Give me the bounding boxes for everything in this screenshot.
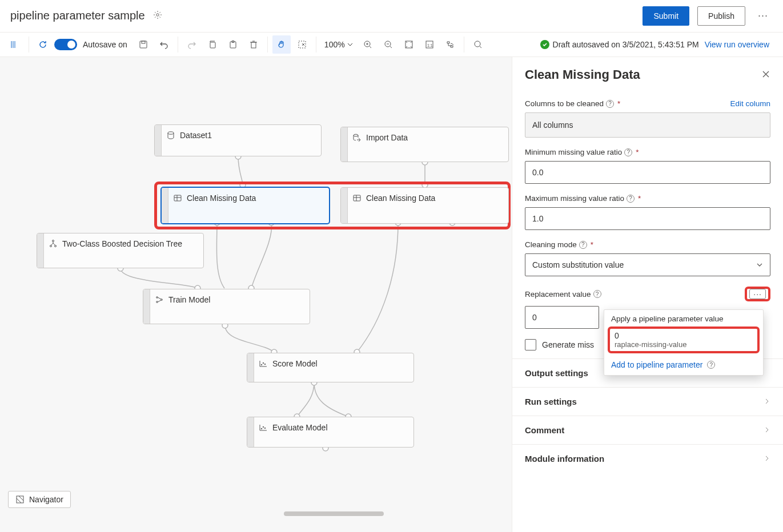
- zoom-in-icon[interactable]: [359, 35, 377, 54]
- edit-column-link[interactable]: Edit column: [730, 99, 770, 108]
- delete-icon[interactable]: [244, 35, 263, 54]
- svg-rect-35: [354, 195, 360, 201]
- columns-value: All columns: [525, 112, 770, 138]
- max-ratio-input[interactable]: 1.0: [525, 207, 770, 230]
- actual-size-icon[interactable]: 1:1: [420, 35, 439, 54]
- autolayout-icon[interactable]: [441, 35, 459, 54]
- help-icon[interactable]: ?: [579, 241, 587, 249]
- svg-point-13: [475, 41, 480, 47]
- publish-button[interactable]: Publish: [697, 6, 745, 26]
- clean-icon: [352, 194, 362, 203]
- panel-toggle-icon[interactable]: [6, 35, 24, 54]
- max-ratio-label: Maximum missing value ratio: [525, 194, 624, 203]
- svg-rect-1: [140, 41, 147, 48]
- node-score-model[interactable]: Score Model: [247, 353, 414, 382]
- svg-point-40: [156, 301, 158, 303]
- draft-status: Draft autosaved on 3/5/2021, 5:43:51 PM: [540, 40, 699, 49]
- panel-title: Clean Missing Data: [525, 67, 640, 82]
- svg-point-36: [53, 240, 54, 242]
- help-icon[interactable]: ?: [593, 290, 601, 298]
- help-icon[interactable]: ?: [707, 361, 715, 369]
- node-train-model[interactable]: Train Model: [143, 289, 310, 324]
- pan-icon[interactable]: [272, 35, 291, 54]
- generate-missing-label: Generate miss: [542, 340, 594, 349]
- svg-point-37: [50, 245, 52, 247]
- cleaning-mode-label: Cleaning mode: [525, 240, 577, 249]
- svg-rect-3: [210, 42, 215, 48]
- replacement-more-button[interactable]: ···: [749, 289, 766, 299]
- section-module-info[interactable]: Module information: [512, 444, 783, 473]
- decision-tree-icon: [49, 239, 58, 248]
- save-icon[interactable]: [134, 35, 152, 54]
- node-clean-missing-2[interactable]: Clean Missing Data: [340, 187, 509, 224]
- evaluate-icon: [259, 423, 268, 432]
- svg-point-45: [261, 428, 262, 429]
- navigator-icon: [15, 495, 25, 504]
- svg-rect-2: [142, 41, 145, 43]
- pipeline-param-popup: Apply a pipeline parameter value 0 rapla…: [604, 309, 764, 376]
- min-ratio-label: Minimum missing value ratio: [525, 148, 622, 156]
- properties-panel: Clean Missing Data Columns to be cleaned…: [512, 57, 783, 532]
- fit-icon[interactable]: [400, 35, 418, 54]
- svg-point-43: [263, 362, 264, 364]
- page-title: pipeline parameter sample: [10, 9, 145, 22]
- svg-rect-6: [251, 42, 256, 48]
- help-icon[interactable]: ?: [627, 195, 635, 203]
- autosave-toggle[interactable]: [54, 39, 77, 50]
- undo-icon[interactable]: [155, 35, 173, 54]
- canvas[interactable]: Dataset1 Import Data Clean Missing Data …: [0, 57, 512, 532]
- node-evaluate-model[interactable]: Evaluate Model: [247, 417, 414, 448]
- dataset-icon: [166, 131, 175, 140]
- refresh-icon[interactable]: [34, 35, 52, 54]
- add-pipeline-param-link[interactable]: Add to pipeline parameter ?: [604, 356, 763, 375]
- popup-title: Apply a pipeline parameter value: [604, 310, 763, 327]
- svg-point-33: [354, 134, 358, 136]
- svg-point-0: [156, 14, 158, 16]
- svg-point-42: [261, 364, 262, 365]
- generate-missing-checkbox[interactable]: [525, 339, 536, 350]
- svg-point-32: [168, 132, 174, 134]
- min-ratio-input[interactable]: 0.0: [525, 161, 770, 184]
- score-icon: [259, 359, 268, 368]
- section-comment[interactable]: Comment: [512, 416, 783, 444]
- svg-point-38: [55, 245, 57, 247]
- horizontal-scrollbar[interactable]: [284, 511, 384, 516]
- svg-point-41: [161, 299, 163, 301]
- close-icon[interactable]: [761, 70, 770, 80]
- svg-point-44: [264, 364, 266, 365]
- train-icon: [155, 295, 164, 304]
- navigator-button[interactable]: Navigator: [8, 491, 71, 508]
- svg-rect-7: [299, 41, 306, 48]
- node-two-class[interactable]: Two-Class Boosted Decision Tree: [37, 233, 204, 268]
- node-import-data[interactable]: Import Data: [340, 127, 509, 162]
- paste-icon[interactable]: [224, 35, 242, 54]
- search-icon[interactable]: [469, 35, 487, 54]
- cleaning-mode-select[interactable]: Custom substitution value: [525, 253, 770, 276]
- view-run-link[interactable]: View run overview: [705, 40, 769, 49]
- node-clean-missing-1[interactable]: Clean Missing Data: [161, 187, 330, 224]
- columns-label: Columns to be cleaned: [525, 99, 604, 108]
- svg-point-39: [156, 297, 158, 299]
- help-icon[interactable]: ?: [606, 100, 614, 108]
- submit-button[interactable]: Submit: [643, 6, 689, 26]
- svg-point-46: [263, 426, 264, 428]
- replacement-value-label: Replacement value: [525, 290, 591, 299]
- svg-rect-34: [174, 195, 181, 201]
- gear-icon[interactable]: [153, 10, 162, 21]
- import-icon: [352, 133, 362, 142]
- autosave-label: Autosave on: [83, 40, 127, 49]
- section-run-settings[interactable]: Run settings: [512, 387, 783, 416]
- redo-icon[interactable]: [183, 35, 201, 54]
- select-icon[interactable]: [293, 35, 311, 54]
- more-icon[interactable]: ···: [753, 7, 773, 24]
- copy-icon[interactable]: [203, 35, 222, 54]
- success-icon: [540, 40, 549, 49]
- help-icon[interactable]: ?: [624, 148, 632, 156]
- clean-icon: [173, 194, 182, 203]
- zoom-level[interactable]: 100%: [321, 40, 356, 49]
- zoom-out-icon[interactable]: [379, 35, 397, 54]
- replacement-value-input[interactable]: 0: [525, 306, 599, 329]
- node-dataset1[interactable]: Dataset1: [154, 124, 322, 156]
- popup-param-item[interactable]: 0 raplace-missing-value: [608, 327, 760, 353]
- svg-text:1:1: 1:1: [427, 43, 433, 47]
